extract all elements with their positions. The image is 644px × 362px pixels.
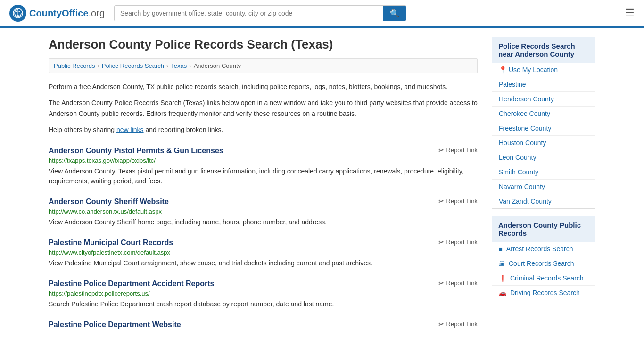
sidebar-driving-records[interactable]: 🚗 Driving Records Search <box>492 286 595 300</box>
scissors-icon: ✂ <box>438 280 444 287</box>
result-desc: View Anderson County, Texas pistol permi… <box>49 166 478 186</box>
public-records-links-list: ■ Arrest Records Search 🏛 Court Records … <box>492 242 595 300</box>
sidebar-use-my-location[interactable]: 📍 Use My Location <box>492 63 595 77</box>
result-desc: View Palestine Municipal Court arraignme… <box>49 258 478 268</box>
breadcrumb-public-records[interactable]: Public Records <box>54 62 95 69</box>
search-button[interactable]: 🔍 <box>383 6 406 21</box>
sidebar-criminal-records[interactable]: ❗ Criminal Records Search <box>492 271 595 286</box>
sidebar-arrest-records[interactable]: ■ Arrest Records Search <box>492 242 595 256</box>
main-content: Anderson County Police Records Search (T… <box>49 37 478 331</box>
page-title: Anderson County Police Records Search (T… <box>49 37 478 52</box>
sidebar: Police Records Search near Anderson Coun… <box>492 37 595 331</box>
result-item: Anderson County Sheriff Website ✂ Report… <box>49 197 478 227</box>
report-link-button[interactable]: ✂ Report Link <box>438 147 478 154</box>
driving-records-icon: 🚗 <box>499 289 506 296</box>
result-link[interactable]: Palestine Police Department Website <box>49 321 181 329</box>
sidebar-item-freestone-county[interactable]: Freestone County <box>492 121 595 136</box>
report-link-button[interactable]: ✂ Report Link <box>438 239 478 246</box>
sidebar-item-leon-county[interactable]: Leon County <box>492 150 595 165</box>
arrest-records-icon: ■ <box>499 246 503 253</box>
hamburger-menu[interactable]: ☰ <box>625 7 635 19</box>
sidebar-item-houston-county[interactable]: Houston County <box>492 136 595 150</box>
result-url: https://palestinepdtx.policereports.us/ <box>49 290 478 297</box>
result-desc: Search Palestine Police Department crash… <box>49 299 478 309</box>
breadcrumb-texas[interactable]: Texas <box>171 62 187 69</box>
result-title: Palestine Municipal Court Records <box>49 239 173 247</box>
breadcrumb: Public Records › Police Records Search ›… <box>49 58 478 73</box>
breadcrumb-current: Anderson County <box>194 62 241 69</box>
logo-text: CountyOffice.org <box>29 8 105 19</box>
public-records-section-title: Anderson County Public Records <box>498 221 589 237</box>
search-input[interactable] <box>115 6 383 21</box>
scissors-icon: ✂ <box>438 197 444 205</box>
result-url: https://txapps.texas.gov/txapp/txdps/ltc… <box>49 157 478 164</box>
result-title: Anderson County Sheriff Website <box>49 197 169 206</box>
sidebar-item-navarro-county[interactable]: Navarro County <box>492 180 595 194</box>
result-item: Palestine Police Department Accident Rep… <box>49 280 478 309</box>
result-item: Anderson County Pistol Permits & Gun Lic… <box>49 147 478 186</box>
result-url: http://www.cityofpalestinetx.com/default… <box>49 249 478 256</box>
result-link[interactable]: Palestine Municipal Court Records <box>49 239 173 247</box>
page-container: Anderson County Police Records Search (T… <box>39 28 605 340</box>
sidebar-item-henderson-county[interactable]: Henderson County <box>492 92 595 107</box>
result-url: http://www.co.anderson.tx.us/default.asp… <box>49 208 478 215</box>
new-links-link[interactable]: new links <box>116 126 144 133</box>
result-link[interactable]: Anderson County Pistol Permits & Gun Lic… <box>49 147 223 155</box>
court-records-icon: 🏛 <box>499 260 505 267</box>
result-link[interactable]: Palestine Police Department Accident Rep… <box>49 280 215 288</box>
result-link[interactable]: Anderson County Sheriff Website <box>49 197 169 206</box>
sidebar-item-cherokee-county[interactable]: Cherokee County <box>492 107 595 121</box>
location-pin-icon: 📍 <box>499 66 507 74</box>
result-item: Palestine Municipal Court Records ✂ Repo… <box>49 239 478 268</box>
scissors-icon: ✂ <box>438 147 444 154</box>
result-desc: View Anderson County Sheriff home page, … <box>49 217 478 227</box>
result-title: Palestine Police Department Website <box>49 321 181 329</box>
sidebar-item-smith-county[interactable]: Smith County <box>492 165 595 180</box>
scissors-icon: ✂ <box>438 321 444 328</box>
result-title: Anderson County Pistol Permits & Gun Lic… <box>49 147 223 155</box>
intro-paragraph-2: The Anderson County Police Records Searc… <box>49 98 478 119</box>
nearby-links-list: 📍 Use My Location Palestine Henderson Co… <box>492 63 595 209</box>
intro-paragraph-1: Perform a free Anderson County, TX publi… <box>49 82 478 92</box>
breadcrumb-police-records-search[interactable]: Police Records Search <box>102 62 164 69</box>
report-link-button[interactable]: ✂ Report Link <box>438 197 478 205</box>
result-title: Palestine Police Department Accident Rep… <box>49 280 215 288</box>
scissors-icon: ✂ <box>438 239 444 246</box>
logo-link[interactable]: CountyOffice.org <box>9 5 105 22</box>
nearby-section-title: Police Records Search near Anderson Coun… <box>498 42 589 58</box>
criminal-records-icon: ❗ <box>499 275 506 282</box>
logo-icon <box>9 5 26 22</box>
report-link-button[interactable]: ✂ Report Link <box>438 280 478 287</box>
sidebar-item-palestine[interactable]: Palestine <box>492 77 595 92</box>
report-link-button[interactable]: ✂ Report Link <box>438 321 478 328</box>
sidebar-nearby-header: Police Records Search near Anderson Coun… <box>492 37 595 63</box>
site-header: CountyOffice.org 🔍 ☰ <box>0 0 644 28</box>
intro-paragraph-3: Help others by sharing new links and rep… <box>49 124 478 135</box>
sidebar-public-records-header: Anderson County Public Records <box>492 216 595 242</box>
search-bar: 🔍 <box>114 5 406 21</box>
result-item: Palestine Police Department Website ✂ Re… <box>49 321 478 329</box>
sidebar-item-van-zandt-county[interactable]: Van Zandt County <box>492 194 595 208</box>
sidebar-court-records[interactable]: 🏛 Court Records Search <box>492 256 595 271</box>
